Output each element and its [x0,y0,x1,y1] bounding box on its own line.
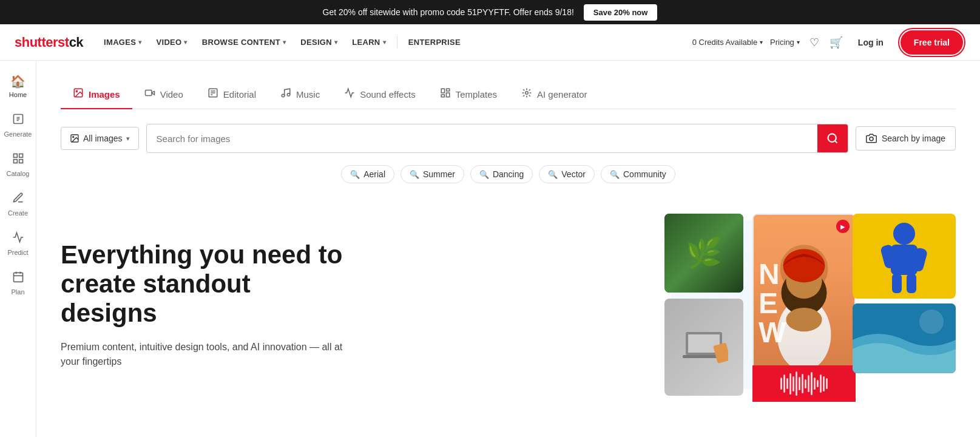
catalog-icon [12,152,24,168]
svg-rect-11 [145,90,152,96]
leaf-graphic [664,214,743,293]
svg-point-22 [525,92,529,95]
svg-point-37 [893,223,915,245]
tab-music[interactable]: Music [268,80,332,109]
save-now-button[interactable]: Save 20% now [584,4,658,21]
svg-rect-18 [441,89,444,93]
search-button[interactable] [817,124,848,152]
chevron-down-icon: ▾ [126,135,130,143]
banner-text: Get 20% off sitewide with promo code 51P… [323,7,574,17]
laptop-graphic [664,299,743,396]
search-filter-button[interactable]: All images ▾ [61,127,139,150]
logo[interactable]: shutterstck [15,35,83,50]
suggestion-aerial[interactable]: 🔍 Aerial [341,165,394,183]
nav-design[interactable]: DESIGN ▾ [294,33,343,52]
search-pill-icon: 🔍 [610,170,620,179]
wave-bar [820,374,822,393]
svg-point-24 [73,137,74,138]
tab-templates[interactable]: Templates [428,80,509,109]
suggestion-community[interactable]: 🔍 Community [601,165,675,183]
tab-editorial[interactable]: Editorial [195,80,268,109]
search-pill-icon: 🔍 [410,170,419,179]
svg-rect-3 [13,160,17,163]
nav-browse-content[interactable]: BROWSE CONTENT ▾ [196,33,292,52]
nav-images[interactable]: IMAGES ▾ [98,33,147,52]
hero-section: Everything you need to create standout d… [36,195,980,426]
hero-text: Everything you need to create standout d… [61,240,352,370]
video-tab-icon [144,87,155,101]
ocean-graphic [853,303,956,373]
nav-links: IMAGES ▾ VIDEO ▾ BROWSE CONTENT ▾ DESIGN… [98,33,692,52]
chevron-down-icon: ▾ [138,39,141,46]
credits-button[interactable]: 0 Credits Available ▾ [692,38,763,47]
svg-point-36 [783,249,825,282]
predict-icon [12,231,24,246]
search-icon [826,132,839,144]
collage-image-leaf [664,214,743,293]
wave-bar [789,373,791,395]
laptop-svg [680,329,728,365]
login-button[interactable]: Log in [851,33,891,52]
sidebar-item-plan[interactable]: Plan [1,265,35,302]
plan-icon [12,271,24,286]
tab-images[interactable]: Images [61,80,132,109]
sidebar-item-catalog[interactable]: Catalog [1,146,35,183]
wishlist-icon[interactable]: ♡ [807,35,822,50]
suggestion-dancing[interactable]: 🔍 Dancing [470,165,533,183]
svg-point-25 [828,134,836,142]
chevron-down-icon: ▾ [283,39,286,46]
tab-video[interactable]: Video [132,80,195,109]
chevron-down-icon: ▾ [334,39,337,46]
search-bar-row: All images ▾ Search by [61,124,956,153]
generate-icon [12,113,24,128]
svg-rect-42 [907,274,916,293]
search-pill-icon: 🔍 [548,170,558,179]
wave-bar [817,380,819,387]
suggestion-vector[interactable]: 🔍 Vector [539,165,595,183]
wave-bar [792,376,794,391]
svg-point-44 [919,310,944,334]
pricing-link[interactable]: Pricing ▾ [770,38,800,47]
sidebar-item-generate[interactable]: Generate [1,107,35,144]
home-icon: 🏠 [10,74,25,89]
nav-video[interactable]: VIDEO ▾ [150,33,194,52]
free-trial-button[interactable]: Free trial [901,30,963,55]
search-input[interactable] [147,126,817,151]
play-icon: ▶ [836,220,850,233]
nav-enterprise[interactable]: ENTERPRISE [402,33,467,52]
wave-bar [786,378,788,389]
chevron-down-icon: ▾ [797,39,800,46]
svg-rect-30 [713,342,728,364]
sidebar-item-create[interactable]: Create [1,186,35,223]
search-tabs: Images Video [61,80,956,109]
sidebar-item-home[interactable]: 🏠 Home [1,68,35,104]
chevron-down-icon: ▾ [760,39,763,46]
svg-rect-19 [446,89,449,91]
svg-point-31 [780,245,828,293]
sidebar-item-predict[interactable]: Predict [1,225,35,262]
svg-point-35 [786,308,822,331]
nav-learn[interactable]: LEARN ▾ [346,33,392,52]
wave-bar [780,378,782,390]
search-section: Images Video [36,61,980,195]
svg-rect-41 [892,274,902,293]
svg-point-10 [76,90,77,92]
main-nav: shutterstck IMAGES ▾ VIDEO ▾ BROWSE CONT… [0,24,980,61]
nav-right: 0 Credits Available ▾ Pricing ▾ ♡ 🛒 Log … [692,28,965,57]
tab-ai-generator[interactable]: AI generator [509,80,600,109]
chevron-down-icon: ▾ [383,39,386,46]
wave-bar [826,378,828,389]
nav-divider [397,36,397,49]
sidebar: 🏠 Home Generate Catalog [0,61,36,437]
wave-bar [814,378,816,390]
free-trial-wrapper: Free trial [898,28,965,57]
top-banner: Get 20% off sitewide with promo code 51P… [0,0,980,24]
hero-images: ▶ NEW [376,208,956,402]
suggestion-summer[interactable]: 🔍 Summer [400,165,464,183]
tab-sound-effects[interactable]: Sound effects [332,80,427,109]
search-suggestions: 🔍 Aerial 🔍 Summer 🔍 Dancing 🔍 Vector 🔍 [61,165,956,183]
svg-rect-21 [441,95,444,97]
search-by-image-button[interactable]: Search by image [856,126,956,151]
cart-icon[interactable]: 🛒 [829,35,843,50]
search-input-wrapper [146,124,848,153]
